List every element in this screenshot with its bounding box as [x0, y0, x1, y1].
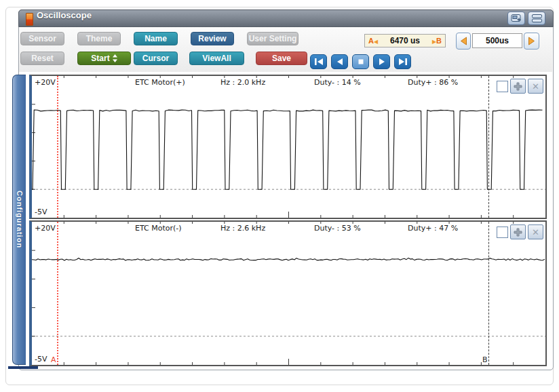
save-button[interactable]: Save [256, 52, 307, 65]
arrow-left-icon [460, 37, 467, 45]
review-button[interactable]: Review [191, 32, 234, 45]
waveform-plot-2 [32, 222, 545, 365]
ab-time-value: 6470 us [390, 36, 420, 45]
reset-button[interactable]: Reset [20, 52, 64, 65]
zoom-in-button[interactable] [510, 224, 526, 239]
window-plus-icon [511, 14, 522, 23]
duty-minus-readout: Duty- : 14 % [314, 78, 361, 87]
configuration-tab[interactable]: Configuration [12, 75, 26, 365]
theme-button[interactable]: Theme [77, 32, 121, 45]
stop-button[interactable] [352, 54, 369, 69]
sensor-button[interactable]: Sensor [20, 32, 64, 45]
close-panel-button[interactable]: ✕ [528, 79, 543, 94]
configuration-tab-label: Configuration [16, 191, 24, 248]
marker-b-label: B [436, 37, 442, 45]
frequency-readout: Hz : 2.6 kHz [220, 224, 265, 233]
viewall-button[interactable]: ViewAll [189, 52, 244, 65]
marker-a-label: A [368, 37, 374, 45]
scope-panel-2: +20V ETC Motor(-) Hz : 2.6 kHz Duty- : 5… [29, 220, 547, 366]
plus-icon [514, 228, 522, 237]
user-setting-button[interactable]: User Setting [247, 32, 298, 45]
duty-minus-readout: Duty- : 53 % [314, 224, 361, 233]
skip-to-start-icon [314, 58, 324, 66]
play-button[interactable] [373, 54, 390, 69]
waveform-plot-1 [32, 76, 545, 218]
title-bar: Oscilloscope [18, 9, 554, 27]
play-icon [378, 58, 386, 66]
app-logo-icon [26, 13, 33, 26]
start-button[interactable]: Start [77, 52, 131, 65]
channel-label: ETC Motor(-) [135, 224, 182, 233]
y-max-label: +20V [35, 78, 56, 87]
start-button-label: Start [91, 54, 109, 63]
scope-panel-1: +20V ETC Motor(+) Hz : 2.0 kHz Duty- : 1… [29, 75, 547, 219]
skip-to-end-icon [398, 58, 408, 66]
cursor-button[interactable]: Cursor [134, 52, 178, 65]
skip-to-start-button[interactable] [310, 54, 327, 69]
step-back-icon [336, 58, 344, 66]
frequency-readout: Hz : 2.0 kHz [220, 78, 265, 87]
arrow-right-icon [528, 37, 535, 45]
split-layout-button[interactable] [528, 12, 545, 25]
channel-visible-checkbox[interactable] [497, 227, 508, 238]
cursor-a-line[interactable] [57, 222, 58, 365]
stop-icon [357, 58, 365, 66]
plus-icon [514, 82, 522, 91]
spinner-updown-icon [113, 54, 117, 62]
triangle-left-icon: ◀ [374, 39, 378, 45]
channel-visible-checkbox[interactable] [497, 81, 508, 92]
cursor-b-letter: B [482, 355, 488, 364]
timebase-increase-button[interactable] [524, 33, 539, 50]
close-panel-button[interactable]: ✕ [528, 224, 543, 239]
ab-time-display: A◀ 6470 us ▶B [364, 34, 446, 47]
y-max-label: +20V [35, 224, 56, 233]
y-min-label: -5V [35, 208, 47, 216]
cursor-b-line[interactable] [488, 76, 489, 218]
step-back-button[interactable] [331, 54, 348, 69]
stacked-panes-icon [531, 14, 543, 23]
timebase-value[interactable]: 500us [472, 33, 522, 48]
add-panel-button[interactable] [507, 12, 525, 25]
cursor-b-line[interactable] [488, 222, 489, 365]
channel-label: ETC Motor(+) [135, 78, 185, 87]
window-edge-strip [8, 366, 38, 369]
y-min-label: -5V [35, 355, 47, 364]
name-button[interactable]: Name [134, 32, 178, 45]
cursor-a-line[interactable] [57, 76, 58, 218]
zoom-in-button[interactable] [510, 79, 526, 94]
window-title: Oscilloscope [37, 10, 92, 20]
skip-to-end-button[interactable] [394, 54, 411, 69]
timebase-decrease-button[interactable] [456, 33, 471, 50]
panel-controls: ✕ [497, 224, 543, 239]
panel-controls: ✕ [497, 79, 543, 94]
duty-plus-readout: Duty+ : 86 % [408, 78, 458, 87]
cursor-a-letter: A [51, 355, 56, 364]
duty-plus-readout: Duty+ : 47 % [408, 224, 458, 233]
